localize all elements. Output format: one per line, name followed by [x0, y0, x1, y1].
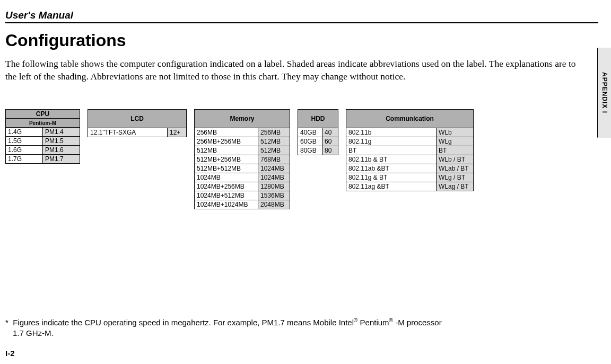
footnote-line2: 1.7 GHz-M.: [5, 328, 598, 339]
page-number: I-2: [5, 349, 15, 358]
table-row: BTBT: [346, 146, 474, 155]
table-row: 512MB512MB: [195, 146, 290, 155]
table-row: 1024MB1024MB: [195, 173, 290, 182]
footnote-star: *: [5, 318, 8, 327]
table-row: 1024MB+256MB1280MB: [195, 182, 290, 191]
table-row: 1.4GPM1.4: [6, 128, 80, 137]
config-tables: CPU Pentium-M 1.4GPM1.4 1.5GPM1.5 1.6GPM…: [5, 109, 598, 209]
manual-title: User's Manual: [5, 10, 73, 21]
memory-head: Memory: [195, 110, 290, 128]
footnote-tail: -M processor: [393, 318, 442, 327]
table-row: 80GB80: [298, 146, 338, 155]
table-row: 1.7GPM1.7: [6, 155, 80, 164]
table-row: 802.11b & BTWLb / BT: [346, 155, 474, 164]
cpu-table: CPU Pentium-M 1.4GPM1.4 1.5GPM1.5 1.6GPM…: [5, 109, 80, 164]
table-row: 802.11g & BTWLg / BT: [346, 173, 474, 182]
intro-paragraph: The following table shows the computer c…: [5, 58, 589, 83]
lcd-table: LCD 12.1"TFT-SXGA12+: [88, 109, 187, 137]
footnote-mid: Pentium: [357, 318, 389, 327]
lcd-head: LCD: [88, 110, 187, 128]
cpu-subhead: Pentium-M: [6, 119, 80, 128]
cpu-head: CPU: [6, 110, 80, 119]
table-row: 512MB+256MB768MB: [195, 155, 290, 164]
table-row: 1.5GPM1.5: [6, 137, 80, 146]
reg-symbol: ®: [389, 317, 393, 323]
table-row: 256MB+256MB512MB: [195, 137, 290, 146]
comm-table: Communication 802.11bWLb 802.11gWLg BTBT…: [346, 109, 474, 191]
footnote-text1: Figures indicate the CPU operating speed…: [13, 318, 354, 327]
appendix-label: APPENDIX I: [601, 72, 608, 113]
footnote: * Figures indicate the CPU operating spe…: [5, 317, 598, 339]
table-row: 12.1"TFT-SXGA12+: [88, 128, 187, 137]
table-row: 60GB60: [298, 137, 338, 146]
table-row: 802.11bWLb: [346, 128, 474, 137]
table-row: 802.11ab &BTWLab / BT: [346, 164, 474, 173]
table-row: 256MB256MB: [195, 128, 290, 137]
table-row: 1024MB+1024MB2048MB: [195, 200, 290, 209]
hdd-table: HDD 40GB40 60GB60 80GB80: [298, 109, 338, 155]
appendix-side-tab: APPENDIX I: [597, 48, 611, 138]
comm-head: Communication: [346, 110, 474, 128]
page-header: User's Manual: [5, 10, 598, 23]
hdd-head: HDD: [298, 110, 338, 128]
table-row: 40GB40: [298, 128, 338, 137]
memory-table: Memory 256MB256MB 256MB+256MB512MB 512MB…: [194, 109, 290, 209]
table-row: 802.11gWLg: [346, 137, 474, 146]
table-row: 512MB+512MB1024MB: [195, 164, 290, 173]
table-row: 1.6GPM1.6: [6, 146, 80, 155]
table-row: 1024MB+512MB1536MB: [195, 191, 290, 200]
section-title: Configurations: [5, 31, 598, 50]
table-row: 802.11ag &BTWLag / BT: [346, 182, 474, 191]
